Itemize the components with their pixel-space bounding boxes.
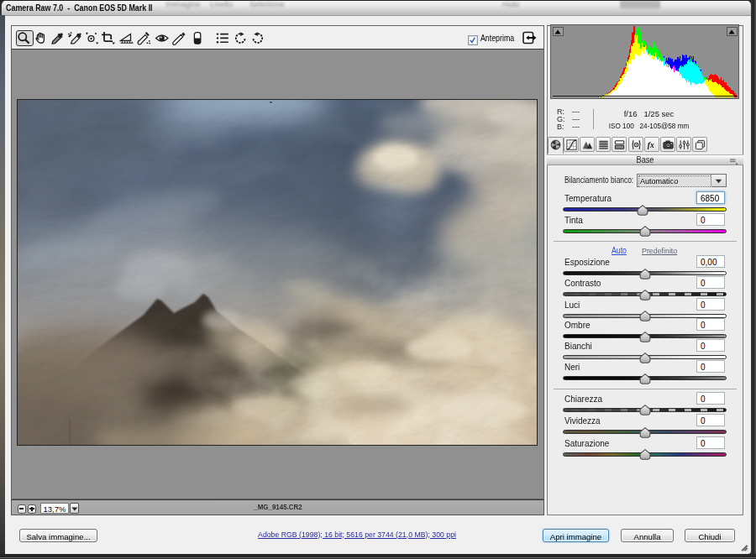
svg-text:fx: fx bbox=[647, 140, 654, 149]
